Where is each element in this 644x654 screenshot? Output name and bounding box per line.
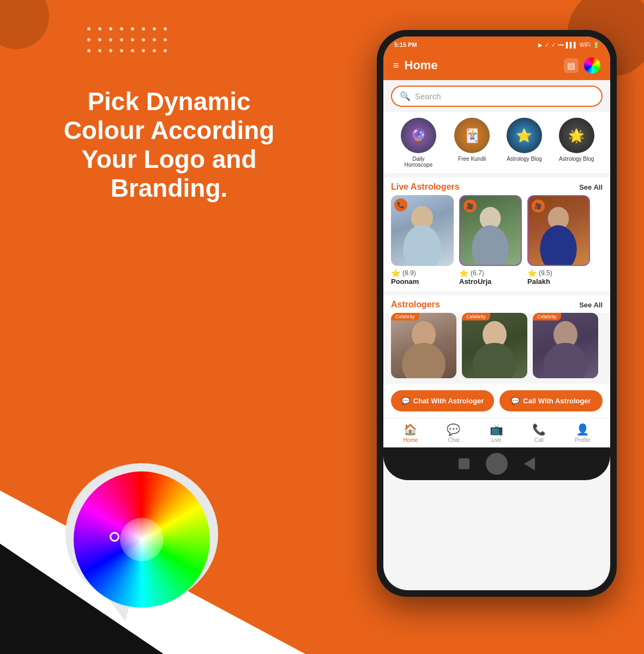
astrologer-name-poonam: Poonam <box>391 277 454 286</box>
android-back-btn[interactable] <box>524 457 535 470</box>
svg-point-7 <box>402 343 446 378</box>
rating-text-poonam: (8.9) <box>402 269 416 277</box>
astrologer-card-palakh[interactable]: 🎥 ⭐ (9.5) Palakh <box>527 195 590 286</box>
nav-item-home[interactable]: 🏠 Home <box>404 423 418 443</box>
svg-point-3 <box>472 225 509 265</box>
category-circle-horroscope: 🔮 <box>401 118 436 153</box>
svg-point-1 <box>403 225 441 266</box>
astrologer-photo-poonam: 📞 <box>391 195 454 266</box>
nav-item-profile[interactable]: 👤 Profile <box>575 423 590 443</box>
headline-line3: Your Logo and Branding. <box>33 145 305 203</box>
astrologers-see-all[interactable]: See All <box>579 301 603 309</box>
signal-icon: ▌▌▌ <box>566 42 577 48</box>
celebrity-card-3[interactable]: Celebrity <box>533 313 598 378</box>
category-label-horroscope: Daily Horroscope <box>399 156 437 168</box>
live-icon: 📺 <box>490 423 503 436</box>
celebrity-cards-list: Celebrity Celebrity Celebrity <box>383 313 610 384</box>
speech-bubble <box>60 463 224 627</box>
rating-text-astrourja: (6.7) <box>471 269 484 277</box>
live-astrologers-see-all[interactable]: See All <box>579 183 603 191</box>
rating-text-palakh: (9.5) <box>539 269 552 277</box>
svg-point-9 <box>473 343 516 378</box>
nav-label-chat: Chat <box>448 437 459 443</box>
category-label-blog1: Astrology Blog <box>507 156 541 162</box>
headline-line2: Colour According <box>33 116 305 145</box>
astrologers-title: Astrologers <box>391 300 440 310</box>
wallet-button[interactable]: ▤ <box>564 58 579 73</box>
star-icon-poonam: ⭐ <box>391 269 400 277</box>
nav-label-call: Call <box>534 437 544 443</box>
chat-cta-label: Chat With Astrologer <box>413 397 484 405</box>
header-left: ≡ Home <box>393 58 438 72</box>
astrologer-name-astrourja: AstroUrja <box>459 277 522 286</box>
left-content: Pick Dynamic Colour According Your Logo … <box>33 87 305 203</box>
category-label-blog2: Astrology Blog <box>559 156 594 162</box>
astrologer-card-astrourja[interactable]: 🎥 ⭐ (6.7) AstroUrja <box>459 195 522 286</box>
color-picker-button[interactable] <box>584 57 600 74</box>
star-icon-palakh: ⭐ <box>527 269 537 277</box>
live-astrologers-header: Live Astrologers See All <box>383 178 610 195</box>
call-cta-label: Call With Astrologer <box>523 397 591 405</box>
phone-frame: 5:15 PM ▶ ✓ ✓ ••• ▌▌▌ WiFi 🔋 ≡ Home <box>377 30 617 597</box>
search-placeholder-text: Search <box>415 92 441 101</box>
svg-point-11 <box>544 343 587 378</box>
color-wheel[interactable] <box>74 471 210 608</box>
astrologer-photo-palakh: 🎥 <box>527 195 590 266</box>
category-item-horroscope[interactable]: 🔮 Daily Horroscope <box>399 118 437 168</box>
dots-pattern <box>87 27 171 57</box>
category-item-kundli[interactable]: 🃏 Free Kundli <box>454 118 490 168</box>
notification-icon: ▶ <box>538 42 543 48</box>
call-icon: 📞 <box>532 423 546 436</box>
cta-buttons: 💬 Chat With Astrologer 💬 Call With Astro… <box>383 384 610 418</box>
bg-decoration-circle-tl <box>0 0 49 49</box>
headline-line1: Pick Dynamic <box>33 87 305 116</box>
nav-item-call[interactable]: 📞 Call <box>532 423 546 443</box>
astrologer-rating-astrourja: ⭐ (6.7) <box>459 269 522 277</box>
android-home-btn[interactable] <box>486 453 508 475</box>
header-right: ▤ <box>564 57 600 74</box>
color-wheel-container[interactable] <box>55 441 229 627</box>
nav-label-live: Live <box>491 437 501 443</box>
astrologers-header: Astrologers See All <box>383 295 610 313</box>
category-circle-kundli: 🃏 <box>454 118 490 153</box>
color-wheel-inner <box>120 518 164 561</box>
astrologer-rating-poonam: ⭐ (8.9) <box>391 269 454 277</box>
live-astrologers-list: 📞 ⭐ (8.9) Poonam <box>383 195 610 291</box>
categories-row: 🔮 Daily Horroscope 🃏 Free Kundli ⭐ Astro… <box>383 112 610 173</box>
main-headline: Pick Dynamic Colour According Your Logo … <box>33 87 305 203</box>
astrologer-card-poonam[interactable]: 📞 ⭐ (8.9) Poonam <box>391 195 454 286</box>
nav-label-home: Home <box>404 437 418 443</box>
wallet-icon: ▤ <box>567 61 575 70</box>
profile-icon: 👤 <box>576 423 589 436</box>
dots-icon: ••• <box>558 42 564 48</box>
app-header: ≡ Home ▤ <box>383 53 610 80</box>
category-circle-blog2: 🌟 <box>559 118 594 153</box>
check-icon: ✓ <box>545 42 549 48</box>
category-label-kundli: Free Kundli <box>458 156 486 162</box>
chat-cta-icon: 💬 <box>401 397 410 405</box>
call-with-astrologer-button[interactable]: 💬 Call With Astrologer <box>499 390 603 411</box>
astrologer-photo-astrourja: 🎥 <box>459 195 522 266</box>
home-icon: 🏠 <box>404 423 417 436</box>
search-bar[interactable]: 🔍 Search <box>391 86 603 107</box>
category-item-blog1[interactable]: ⭐ Astrology Blog <box>507 118 542 168</box>
category-item-blog2[interactable]: 🌟 Astrology Blog <box>559 118 594 168</box>
chat-icon: 💬 <box>447 423 460 436</box>
android-square-btn[interactable] <box>459 458 470 469</box>
chat-with-astrologer-button[interactable]: 💬 Chat With Astrologer <box>391 390 494 411</box>
category-circle-blog1: ⭐ <box>507 118 542 153</box>
astrologer-rating-palakh: ⭐ (9.5) <box>527 269 590 277</box>
bottom-nav: 🏠 Home 💬 Chat 📺 Live 📞 Call 👤 Pro <box>383 418 610 447</box>
hamburger-icon[interactable]: ≡ <box>393 60 399 71</box>
status-time: 5:15 PM <box>394 41 417 48</box>
celebrity-card-2[interactable]: Celebrity <box>462 313 527 378</box>
call-cta-icon: 💬 <box>511 397 520 405</box>
star-icon-astrourja: ⭐ <box>459 269 468 277</box>
celebrity-card-1[interactable]: Celebrity <box>391 313 456 378</box>
nav-item-chat[interactable]: 💬 Chat <box>447 423 460 443</box>
nav-item-live[interactable]: 📺 Live <box>490 423 503 443</box>
color-wheel-cursor[interactable] <box>110 532 119 542</box>
wifi-icon: WiFi <box>580 42 591 48</box>
nav-label-profile: Profile <box>575 437 590 443</box>
phone-wrapper: 5:15 PM ▶ ✓ ✓ ••• ▌▌▌ WiFi 🔋 ≡ Home <box>377 30 628 613</box>
